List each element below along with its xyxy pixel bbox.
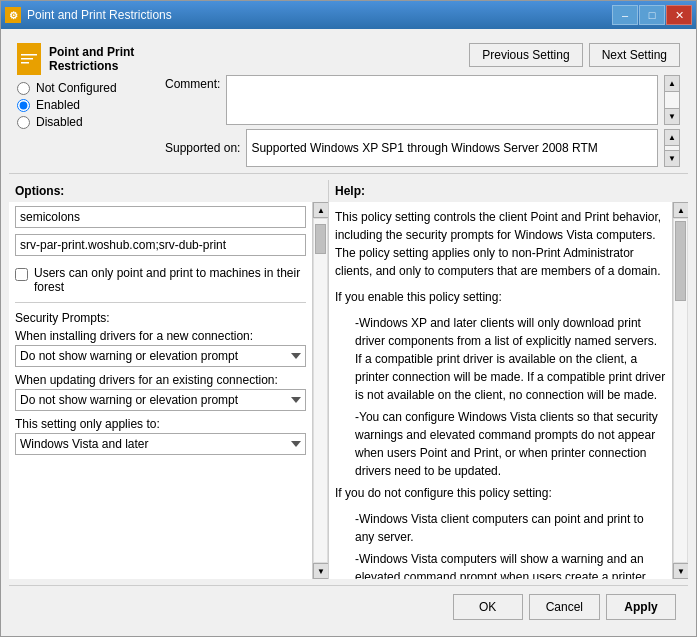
options-panel: Options: // Will be set by data binding — [9, 180, 329, 579]
supported-area: Supported on: Supported Windows XP SP1 t… — [165, 129, 680, 167]
title-bar: ⚙ Point and Print Restrictions – □ ✕ — [1, 1, 696, 29]
help-scroll-thumb — [675, 221, 686, 301]
help-scroll-track[interactable] — [673, 218, 688, 563]
window-icon: ⚙ — [5, 7, 21, 23]
options-scroll-track[interactable] — [313, 218, 328, 563]
top-right-area: Previous Setting Next Setting Comment: ▲… — [165, 43, 680, 167]
supported-label: Supported on: — [165, 141, 240, 155]
radio-group: Not Configured Enabled Disabled — [17, 81, 157, 129]
content-area: Point and Print Restrictions Not Configu… — [1, 29, 696, 636]
disabled-option[interactable]: Disabled — [17, 115, 157, 129]
applies-to-select[interactable]: Windows Vista and later Windows XP — [15, 433, 306, 455]
policy-header: Point and Print Restrictions — [17, 43, 157, 75]
help-scroll-down[interactable]: ▼ — [673, 563, 688, 579]
policy-title: Point and Print Restrictions — [49, 45, 157, 73]
supported-value: Supported Windows XP SP1 through Windows… — [251, 141, 653, 155]
help-para-2: If you enable this policy setting: — [335, 288, 666, 306]
forest-checkbox-item: Users can only point and print to machin… — [15, 266, 306, 294]
help-para-5: If you do not configure this policy sett… — [335, 484, 666, 502]
window-title: Point and Print Restrictions — [27, 8, 172, 22]
options-header: Options: — [9, 180, 328, 202]
header-section: Point and Print Restrictions Not Configu… — [9, 37, 688, 174]
close-button[interactable]: ✕ — [666, 5, 692, 25]
main-panels: Options: // Will be set by data binding — [9, 180, 688, 579]
disabled-label: Disabled — [36, 115, 83, 129]
svg-rect-1 — [21, 54, 37, 56]
maximize-button[interactable]: □ — [639, 5, 665, 25]
not-configured-label: Not Configured — [36, 81, 117, 95]
when-installing-select[interactable]: Do not show warning or elevation prompt … — [15, 345, 306, 367]
help-header: Help: — [329, 180, 688, 202]
when-updating-label: When updating drivers for an existing co… — [15, 373, 306, 387]
main-window: ⚙ Point and Print Restrictions – □ ✕ — [0, 0, 697, 637]
comment-area: Comment: ▲ ▼ — [165, 75, 680, 125]
help-scroll-up[interactable]: ▲ — [673, 202, 688, 218]
help-panel: Help: This policy setting controls the c… — [329, 180, 688, 579]
options-scroll-down[interactable]: ▼ — [313, 563, 328, 579]
ok-button[interactable]: OK — [453, 594, 523, 620]
enabled-radio[interactable] — [17, 99, 30, 112]
separators-input[interactable] — [15, 206, 306, 228]
help-content: This policy setting controls the client … — [329, 202, 672, 579]
policy-icon — [17, 43, 41, 75]
svg-rect-2 — [21, 58, 33, 60]
enabled-option[interactable]: Enabled — [17, 98, 157, 112]
comment-input[interactable] — [226, 75, 658, 125]
help-para-6: -Windows Vista client computers can poin… — [355, 510, 666, 546]
help-para-4: -You can configure Windows Vista clients… — [355, 408, 666, 480]
help-para-3: -Windows XP and later clients will only … — [355, 314, 666, 404]
comment-label: Comment: — [165, 75, 220, 91]
minimize-button[interactable]: – — [612, 5, 638, 25]
options-label: Options: — [15, 184, 64, 198]
svg-rect-3 — [21, 62, 29, 64]
security-prompts-label: Security Prompts: — [15, 311, 306, 325]
forest-label: Users can only point and print to machin… — [34, 266, 306, 294]
when-installing-label: When installing drivers for a new connec… — [15, 329, 306, 343]
enabled-label: Enabled — [36, 98, 80, 112]
applies-to-label: This setting only applies to: — [15, 417, 306, 431]
disabled-radio[interactable] — [17, 116, 30, 129]
server-input[interactable] — [15, 234, 306, 256]
when-updating-select[interactable]: Do not show warning or elevation prompt … — [15, 389, 306, 411]
previous-setting-button[interactable]: Previous Setting — [469, 43, 582, 67]
title-controls: – □ ✕ — [612, 5, 692, 25]
not-configured-option[interactable]: Not Configured — [17, 81, 157, 95]
footer: OK Cancel Apply — [9, 585, 688, 628]
forest-checkbox[interactable] — [15, 268, 28, 281]
help-label: Help: — [335, 184, 365, 198]
help-para-7: -Windows Vista computers will show a war… — [355, 550, 666, 579]
apply-button[interactable]: Apply — [606, 594, 676, 620]
options-scroll-up[interactable]: ▲ — [313, 202, 328, 218]
help-para-1: This policy setting controls the client … — [335, 208, 666, 280]
title-bar-left: ⚙ Point and Print Restrictions — [5, 7, 172, 23]
next-setting-button[interactable]: Next Setting — [589, 43, 680, 67]
not-configured-radio[interactable] — [17, 82, 30, 95]
options-scroll-thumb — [315, 224, 326, 254]
options-content: // Will be set by data binding Users can… — [9, 202, 312, 579]
cancel-button[interactable]: Cancel — [529, 594, 600, 620]
